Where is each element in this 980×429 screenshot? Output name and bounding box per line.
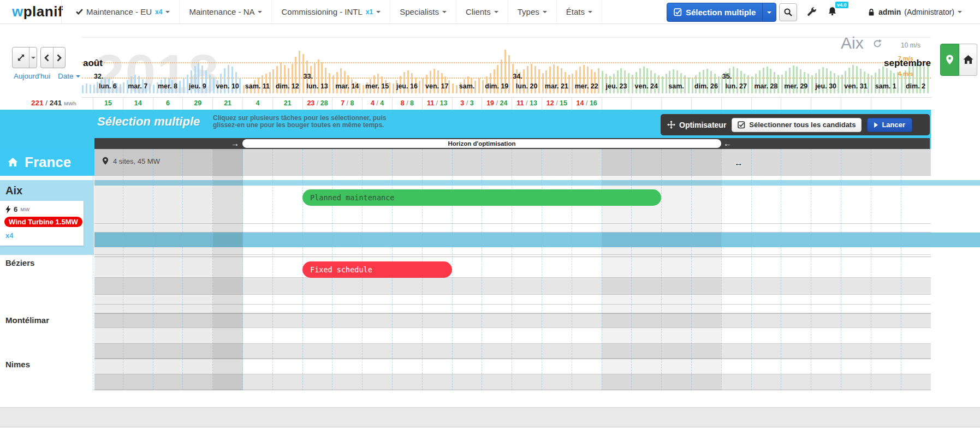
- sidebar-country-france[interactable]: France: [0, 149, 94, 176]
- date-dropdown[interactable]: Date: [58, 72, 80, 80]
- gantt-row-nimes-2[interactable]: [94, 374, 931, 390]
- gantt-row-beziers-2[interactable]: [94, 278, 931, 295]
- select-all-label: Sélectionner tous les candidats: [749, 121, 856, 129]
- turbine-count: x4: [5, 231, 13, 240]
- wind-bar: [553, 64, 555, 93]
- gantt-row-montelimar-2[interactable]: [94, 328, 931, 344]
- wind-bar: [598, 68, 599, 93]
- select-all-candidates-button[interactable]: Sélectionner tous les candidats: [732, 118, 862, 132]
- gantt-row-montelimar-3[interactable]: [94, 344, 931, 359]
- nav-item-commissioning-intl[interactable]: Commissioning - INTLx1: [272, 0, 390, 23]
- map-view-button[interactable]: [940, 44, 959, 76]
- optimizer-panel: Optimisateur Sélectionner tous les candi…: [661, 114, 930, 135]
- wind-bar: [565, 72, 566, 93]
- gantt-row-aix-3[interactable]: [94, 247, 931, 255]
- notifications-button[interactable]: [828, 7, 837, 18]
- chevron-down-icon: [767, 11, 771, 14]
- wind-bar: [220, 74, 222, 93]
- user-name: admin: [878, 8, 901, 16]
- nav-item-maintenance-eu[interactable]: Maintenance - EUx4: [67, 0, 180, 23]
- refresh-icon[interactable]: [872, 39, 882, 49]
- expand-diagonal-icon: [17, 53, 25, 62]
- gantt-row-aix-2[interactable]: [94, 224, 931, 233]
- wind-bar: [175, 82, 177, 93]
- nav-item-clients[interactable]: Clients: [456, 0, 508, 23]
- search-button[interactable]: [779, 3, 797, 21]
- wind-bar: [97, 82, 98, 93]
- wind-bar: [572, 74, 573, 93]
- today-link[interactable]: Aujourd'hui: [14, 72, 50, 80]
- gantt-row-beziers-1[interactable]: [94, 257, 931, 278]
- wind-bar: [807, 74, 809, 93]
- wind-bar: [201, 65, 203, 93]
- day-value-cell: [721, 98, 751, 110]
- energy-unit: MWh: [64, 100, 76, 106]
- settings-button[interactable]: [807, 7, 817, 19]
- site-title-text: Aix: [841, 34, 864, 52]
- wind-bar: [171, 80, 173, 93]
- sidebar-site-montelimar[interactable]: Montélimar: [5, 315, 49, 325]
- selection-multiple-main[interactable]: Sélection multiple: [667, 3, 762, 21]
- day-value-cell: 29: [182, 98, 212, 110]
- task-planned-maintenance[interactable]: Planned maintenance: [302, 189, 661, 206]
- wind-bar: [777, 75, 779, 93]
- next-button[interactable]: [53, 47, 66, 68]
- wind-bar: [587, 67, 589, 93]
- turbine-badge[interactable]: Wind Turbine 1.5MW: [4, 217, 82, 227]
- wrench-icon: [807, 7, 817, 16]
- wind-bar: [288, 68, 289, 93]
- task-fixed-schedule[interactable]: Fixed schedule: [302, 261, 452, 278]
- wind-bar: [258, 78, 259, 93]
- sidebar-site-aix[interactable]: Aix 6 MW Wind Turbine 1.5MW x4: [0, 180, 94, 255]
- user-role: (Administrator): [904, 8, 954, 16]
- wind-bar: [433, 69, 435, 93]
- sidebar-site-nimes[interactable]: Nimes: [5, 360, 30, 369]
- wind-bar: [818, 69, 820, 93]
- nav-item-label: Commissioning - INTL: [281, 7, 362, 16]
- wind-bar: [927, 63, 929, 93]
- app-logo[interactable]: wplanif: [12, 3, 63, 20]
- wind-bar: [411, 73, 413, 93]
- wind-bar: [415, 78, 417, 93]
- selection-multiple-button[interactable]: Sélection multiple: [667, 3, 776, 22]
- horizon-pill[interactable]: Horizon d'optimisation: [242, 139, 721, 148]
- wind-bar: [359, 84, 360, 93]
- launch-button[interactable]: Lancer: [867, 118, 912, 132]
- wind-bar: [82, 85, 84, 93]
- wind-bar: [235, 72, 237, 93]
- country-summary-text: 4 sites, 45 MW: [113, 157, 160, 165]
- prev-button[interactable]: [41, 47, 53, 68]
- wind-bar: [710, 71, 712, 93]
- wind-bar: [575, 70, 577, 93]
- day-value-cell: [661, 98, 691, 110]
- gantt-row-montelimar-1[interactable]: [94, 313, 931, 328]
- wind-bar: [276, 66, 278, 93]
- wind-bar: [239, 78, 241, 93]
- nav-item--tats[interactable]: États: [557, 0, 602, 23]
- zoom-range-button[interactable]: [12, 47, 37, 68]
- site-name: Aix: [5, 184, 22, 197]
- wind-bar: [591, 69, 592, 93]
- nav-item-specialists[interactable]: Specialists: [390, 0, 456, 23]
- wind-forecast-chart[interactable]: 2018 7 m/s 4 m/s: [82, 37, 931, 93]
- zoom-range-caret[interactable]: [29, 47, 37, 68]
- gantt-row-france[interactable]: [94, 149, 931, 176]
- wind-bar: [519, 72, 521, 93]
- gantt-row-nimes-1[interactable]: [94, 359, 931, 374]
- gantt-row-gap[interactable]: [94, 305, 931, 313]
- sidebar-site-beziers[interactable]: Béziers: [5, 258, 34, 267]
- selection-multiple-caret[interactable]: [762, 3, 776, 21]
- zoom-range-main[interactable]: [13, 47, 29, 68]
- nav-item-maintenance-na[interactable]: Maintenance - NA: [180, 0, 272, 23]
- horizon-start-arrow[interactable]: →: [231, 138, 239, 149]
- wind-bar: [104, 78, 106, 93]
- home-view-button[interactable]: [959, 44, 977, 76]
- wind-bar: [767, 67, 768, 93]
- nav-item-types[interactable]: Types: [508, 0, 557, 23]
- day-value-cell: 7 / 8: [332, 98, 362, 110]
- horizon-end-arrow[interactable]: ←: [723, 138, 732, 149]
- country-summary: 4 sites, 45 MW: [102, 157, 160, 165]
- checkbox-icon: [674, 8, 682, 16]
- gantt-row-beziers-3[interactable]: [94, 295, 931, 305]
- user-menu[interactable]: admin (Administrator): [868, 0, 962, 23]
